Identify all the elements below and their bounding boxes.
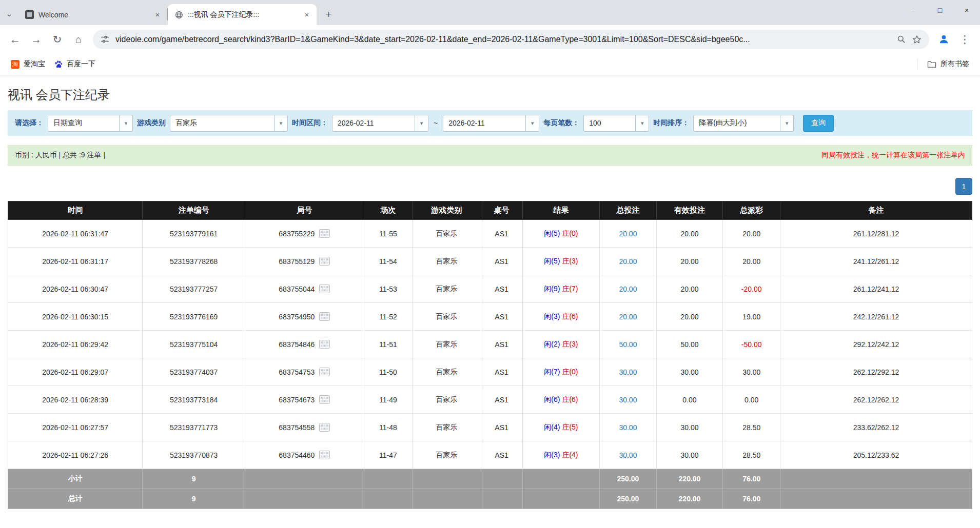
cell-round: 683754558 <box>245 414 364 441</box>
cell-valid-bet: 30.00 <box>656 358 723 386</box>
reload-icon[interactable]: ↻ <box>47 29 67 49</box>
tab-close-icon[interactable]: × <box>152 9 163 21</box>
cell-game-kind: 百家乐 <box>413 414 481 441</box>
cell-game-kind: 百家乐 <box>413 220 481 248</box>
round-result-icon[interactable] <box>319 451 330 459</box>
cell-payout: 20.00 <box>723 248 780 275</box>
cell-note: 261.12/241.12 <box>780 275 972 303</box>
home-icon[interactable]: ⌂ <box>68 29 88 49</box>
cell-session: 11-51 <box>364 331 412 358</box>
page-title: 视讯 会员下注纪录 <box>8 87 972 103</box>
all-bookmarks-label: 所有书签 <box>940 59 969 69</box>
cell-round: 683755044 <box>245 275 364 303</box>
total-bet-link[interactable]: 30.00 <box>619 396 637 404</box>
page-content: 视讯 会员下注纪录 请选择： 日期查询 ▾ 游戏类别 百家乐 ▾ 时间区间： 2… <box>0 87 980 509</box>
cell-result: 闲(3) 庄(6) <box>522 303 600 331</box>
cell-payout: 28.50 <box>723 441 780 469</box>
total-bet-link[interactable]: 30.00 <box>619 423 637 432</box>
cell-total-bet: 50.00 <box>600 331 656 358</box>
tab-welcome[interactable]: Welcome × <box>18 4 167 25</box>
maximize-button[interactable]: □ <box>927 0 953 21</box>
cell-time: 2026-02-11 06:27:57 <box>8 414 143 441</box>
bookmark-label: 爱淘宝 <box>24 59 45 69</box>
page-1-button[interactable]: 1 <box>955 178 972 195</box>
cell-table-no: AS1 <box>481 386 522 414</box>
cell-valid-bet: 20.00 <box>656 220 723 248</box>
total-bet-link[interactable]: 50.00 <box>619 340 637 349</box>
new-tab-button[interactable]: + <box>320 6 337 23</box>
cell-note: 233.62/262.12 <box>780 414 972 441</box>
result-player: 闲(6) <box>544 395 560 403</box>
result-player: 闲(7) <box>544 368 560 376</box>
tab-search-chevron-icon[interactable]: ⌄ <box>0 3 18 25</box>
url-text[interactable]: videoie.com/game/betrecord_search/kind3?… <box>115 35 891 44</box>
round-result-icon[interactable] <box>319 257 330 266</box>
address-bar[interactable]: videoie.com/game/betrecord_search/kind3?… <box>93 30 929 49</box>
round-result-icon[interactable] <box>319 340 330 349</box>
query-type-select[interactable]: 日期查询 ▾ <box>48 115 133 132</box>
bookmark-star-icon[interactable] <box>912 34 922 45</box>
result-banker: 庄(6) <box>562 395 578 403</box>
round-result-icon[interactable] <box>319 368 330 376</box>
total-bet-link[interactable]: 30.00 <box>619 368 637 376</box>
cell-payout: 30.00 <box>723 358 780 386</box>
chevron-down-icon: ▾ <box>525 115 539 131</box>
result-banker: 庄(0) <box>562 229 578 237</box>
total-bet-link[interactable]: 20.00 <box>619 230 637 238</box>
table-body: 2026-02-11 06:31:47 523193779161 6837552… <box>8 220 972 469</box>
cell-bet-id: 523193770873 <box>143 441 245 469</box>
tab-close-icon[interactable]: × <box>301 9 312 21</box>
bookmarks-bar: 淘 爱淘宝 百度一下 所有书签 <box>0 53 980 75</box>
minimize-button[interactable]: – <box>900 0 927 21</box>
cell-session: 11-50 <box>364 358 412 386</box>
cell-time: 2026-02-11 06:28:39 <box>8 386 143 414</box>
menu-kebab-icon[interactable]: ⋮ <box>955 29 975 49</box>
header-total-bet: 总投注 <box>600 201 656 220</box>
game-kind-select[interactable]: 百家乐 ▾ <box>170 115 288 132</box>
bookmark-label: 百度一下 <box>67 59 95 69</box>
cell-table-no: AS1 <box>481 358 522 386</box>
game-kind-label: 游戏类别 <box>137 118 166 128</box>
round-result-icon[interactable] <box>319 423 330 432</box>
round-number: 683754753 <box>279 368 315 376</box>
total-bet-link[interactable]: 20.00 <box>619 313 637 321</box>
profile-icon[interactable] <box>934 29 954 49</box>
date-start-select[interactable]: 2026-02-11 ▾ <box>332 115 428 132</box>
total-bet-link[interactable]: 20.00 <box>619 285 637 293</box>
cell-bet-id: 523193777257 <box>143 275 245 303</box>
all-bookmarks-button[interactable]: 所有书签 <box>923 57 974 71</box>
close-button[interactable]: × <box>953 0 980 21</box>
round-result-icon[interactable] <box>319 285 330 293</box>
total-bet-link[interactable]: 20.00 <box>619 257 637 266</box>
round-result-icon[interactable] <box>319 312 330 321</box>
cell-total-bet: 30.00 <box>600 441 656 469</box>
sort-select[interactable]: 降幂(由大到小) ▾ <box>693 115 794 132</box>
cell-bet-id: 523193779161 <box>143 220 245 248</box>
result-banker: 庄(0) <box>562 368 578 376</box>
currency-total-text: 币别 : 人民币 | 总共 :9 注单 | <box>15 151 105 160</box>
round-result-icon[interactable] <box>319 395 330 404</box>
zoom-icon[interactable] <box>896 34 906 44</box>
date-end-select[interactable]: 2026-02-11 ▾ <box>443 115 539 132</box>
bookmark-baidu[interactable]: 百度一下 <box>50 57 100 71</box>
per-page-select[interactable]: 100 ▾ <box>583 115 649 132</box>
round-result-icon[interactable] <box>319 229 330 238</box>
bookmarks-divider <box>917 59 917 70</box>
total-bet-link[interactable]: 30.00 <box>619 451 637 459</box>
cell-total-bet: 30.00 <box>600 358 656 386</box>
search-button[interactable]: 查询 <box>803 115 834 132</box>
cell-result: 闲(6) 庄(6) <box>522 386 600 414</box>
round-number: 683755229 <box>279 230 315 238</box>
cell-total-bet: 20.00 <box>600 303 656 331</box>
tab-bet-record[interactable]: :::视讯 会员下注纪录::: × <box>168 4 317 25</box>
header-result: 结果 <box>522 201 600 220</box>
result-banker: 庄(4) <box>562 451 578 459</box>
site-info-icon[interactable] <box>100 34 110 44</box>
bookmark-aitaobao[interactable]: 淘 爱淘宝 <box>6 57 50 71</box>
subtotal-total-bet: 250.00 <box>600 469 656 489</box>
forward-icon[interactable]: → <box>26 29 46 49</box>
date-range-label: 时间区间： <box>292 118 328 128</box>
table-row: 2026-02-11 06:27:26 523193770873 6837544… <box>8 441 972 469</box>
back-icon[interactable]: ← <box>5 29 25 49</box>
cell-valid-bet: 20.00 <box>656 303 723 331</box>
